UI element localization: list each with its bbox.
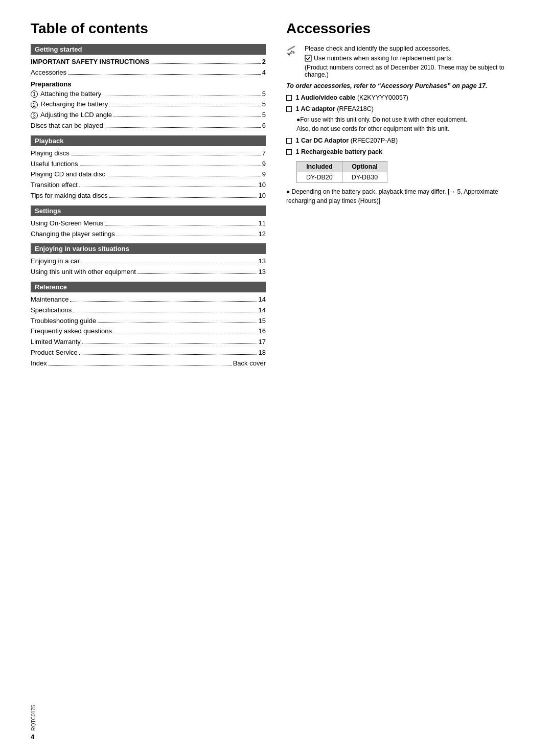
toc-entry-other-equipment: Using this unit with other equipment 13 [31,267,266,278]
check-icon [286,44,301,58]
accessory-item-battery: 1 Rechargeable battery pack [286,147,521,157]
toc-entry-player-settings: Changing the player settings 12 [31,229,266,240]
document-code: RQTC0175 [31,705,36,731]
toc-entry-faq: Frequently asked questions 16 [31,326,266,337]
check-note-2: Use numbers when asking for replacement … [314,55,453,62]
battery-col1-header: Included [297,161,342,172]
check-note-2-block: Use numbers when asking for replacement … [305,55,521,62]
toc-header-enjoying: Enjoying in various situations [31,243,266,254]
battery-name: Rechargeable battery pack [301,148,382,155]
ac-code: (RFEA218C) [337,105,374,112]
av-cable-qty: 1 [295,94,301,101]
toc-entry-warranty: Limited Warranty 17 [31,337,266,348]
toc-entry-playing-discs: Playing discs 7 [31,148,266,159]
toc-entry-troubleshooting: Troubleshooting guide 15 [31,316,266,327]
toc-entry-onscreen: Using On-Screen Menus 11 [31,218,266,229]
accessories-section: Accessories Please check and identify th… [286,20,521,725]
toc-entry-data-discs: Tips for making data discs 10 [31,191,266,201]
svg-rect-2 [287,53,292,54]
check-note-1: Please check and identify the supplied a… [305,44,521,54]
pencil-check-icon [286,45,301,56]
toc-entry-useful: Useful functions 9 [31,159,266,170]
toc-entry-car: Enjoying in a car 13 [31,256,266,267]
accessories-check-block: Please check and identify the supplied a… [286,44,521,78]
toc-entry-battery: 1 Attaching the battery 5 [31,89,266,100]
number-3: 3 [31,112,38,119]
accessory-item-ac-adaptor: 1 AC adaptor (RFEA218C) [286,104,521,114]
toc-entry-maintenance: Maintenance 14 [31,294,266,305]
checkbox-checked-icon [305,55,312,62]
toc-entry-safety: IMPORTANT SAFETY INSTRUCTIONS 2 [31,57,266,67]
accessory-item-av-cable: 1 Audio/video cable (K2KYYYY00057) [286,93,521,103]
battery-note: Depending on the battery pack, playback … [286,187,521,205]
car-dc-qty: 1 [295,137,301,144]
toc-header-playback: Playback [31,135,266,146]
number-1: 1 [31,90,38,98]
toc-entry-recharge: 2 Recharging the battery 5 [31,99,266,110]
checkbox-battery [286,149,292,155]
accessories-check-text: Please check and identify the supplied a… [305,44,521,78]
toc-entry-product-service: Product Service 18 [31,348,266,358]
av-cable-code: (K2KYYYY00057) [357,94,408,101]
battery-col2-value: DY-DB30 [342,172,387,182]
product-note: (Product numbers correct as of December … [305,64,521,78]
number-2: 2 [31,101,38,108]
toc-entry-transition: Transition effect 10 [31,180,266,191]
toc-entry-specifications: Specifications 14 [31,305,266,316]
car-dc-name: Car DC Adaptor [301,137,349,144]
toc-subheading-preparations: Preparations [31,80,266,88]
checkbox-ac [286,106,292,112]
svg-rect-3 [305,55,311,61]
ac-name: AC adaptor [301,105,335,112]
toc-header-getting-started: Getting started [31,44,266,55]
car-dc-code: (RFEC207P-AB) [351,137,398,144]
toc-entry-index: Index Back cover [31,358,266,369]
svg-rect-1 [292,51,295,54]
svg-rect-0 [287,45,295,51]
battery-col1-value: DY-DB20 [297,172,342,182]
accessories-title: Accessories [286,20,521,37]
ac-subnote-1: ●For use with this unit only. Do not use… [296,115,521,124]
page-footer: RQTC0175 4 [31,705,36,741]
ac-subnote-2: Also, do not use cords for other equipme… [296,124,521,133]
checkbox-car-dc [286,138,292,144]
order-note: To order accessories, refer to “Accessor… [286,82,521,89]
toc-entry-cd-data: Playing CD and data disc 9 [31,169,266,180]
accessory-item-car-dc: 1 Car DC Adaptor (RFEC207P-AB) [286,135,521,146]
battery-table: Included Optional DY-DB20 DY-DB30 [296,161,387,183]
toc-entry-lcd: 3 Adjusting the LCD angle 5 [31,110,266,121]
av-cable-name: Audio/video cable [301,94,355,101]
toc-entry-accessories: Accessories 4 [31,67,266,78]
battery-col2-header: Optional [342,161,387,172]
toc-header-reference: Reference [31,282,266,292]
battery-qty: 1 [295,148,301,155]
toc-header-settings: Settings [31,205,266,216]
page-number: 4 [31,733,34,741]
checkbox-av [286,95,292,101]
toc-entry-discs: Discs that can be played 6 [31,121,266,131]
table-of-contents: Table of contents Getting started IMPORT… [31,20,266,725]
ac-qty: 1 [295,105,301,112]
toc-title: Table of contents [31,20,266,37]
